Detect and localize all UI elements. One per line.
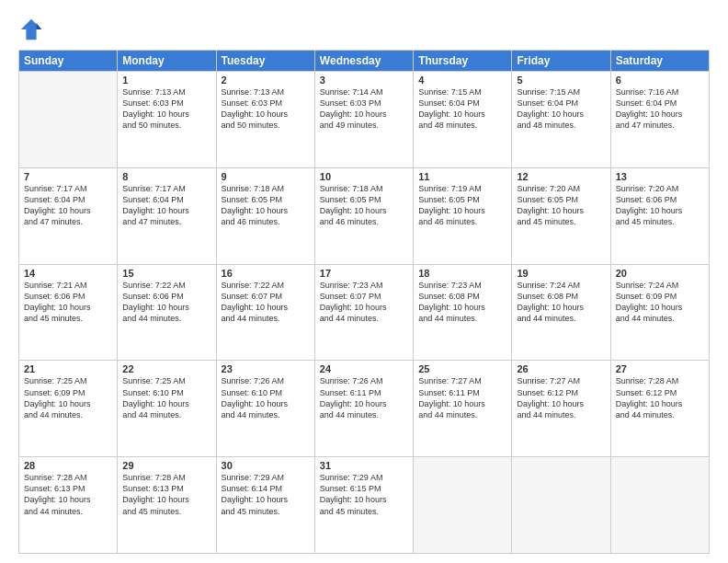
day-number: 28 [24, 460, 112, 471]
day-number: 15 [122, 268, 210, 279]
day-number: 12 [517, 171, 605, 182]
day-cell: 15Sunrise: 7:22 AM Sunset: 6:06 PM Dayli… [118, 264, 216, 361]
day-info: Sunrise: 7:26 AM Sunset: 6:11 PM Dayligh… [320, 375, 408, 420]
day-number: 24 [320, 363, 408, 374]
day-number: 14 [24, 268, 112, 279]
day-info: Sunrise: 7:24 AM Sunset: 6:08 PM Dayligh… [517, 280, 605, 325]
day-header-friday: Friday [512, 51, 610, 72]
day-cell: 3Sunrise: 7:14 AM Sunset: 6:03 PM Daylig… [314, 72, 413, 168]
day-info: Sunrise: 7:22 AM Sunset: 6:06 PM Dayligh… [122, 280, 210, 325]
day-cell: 13Sunrise: 7:20 AM Sunset: 6:06 PM Dayli… [610, 167, 709, 264]
day-info: Sunrise: 7:23 AM Sunset: 6:07 PM Dayligh… [320, 280, 408, 325]
week-row-0: 1Sunrise: 7:13 AM Sunset: 6:03 PM Daylig… [19, 72, 710, 168]
logo-icon [18, 17, 44, 42]
day-number: 10 [320, 171, 408, 182]
day-cell: 30Sunrise: 7:29 AM Sunset: 6:14 PM Dayli… [216, 457, 314, 554]
day-number: 21 [24, 363, 112, 374]
day-cell: 25Sunrise: 7:27 AM Sunset: 6:11 PM Dayli… [414, 361, 512, 457]
day-info: Sunrise: 7:19 AM Sunset: 6:05 PM Dayligh… [418, 183, 506, 228]
day-info: Sunrise: 7:28 AM Sunset: 6:12 PM Dayligh… [616, 375, 704, 420]
header-row: SundayMondayTuesdayWednesdayThursdayFrid… [19, 51, 710, 72]
day-info: Sunrise: 7:22 AM Sunset: 6:07 PM Dayligh… [222, 280, 310, 325]
header [18, 17, 710, 42]
day-cell: 31Sunrise: 7:29 AM Sunset: 6:15 PM Dayli… [314, 457, 413, 554]
day-info: Sunrise: 7:21 AM Sunset: 6:06 PM Dayligh… [24, 280, 112, 325]
day-number: 19 [517, 268, 605, 279]
day-info: Sunrise: 7:17 AM Sunset: 6:04 PM Dayligh… [24, 183, 112, 228]
day-number: 2 [222, 75, 310, 86]
day-number: 4 [418, 75, 506, 86]
day-cell: 11Sunrise: 7:19 AM Sunset: 6:05 PM Dayli… [414, 167, 512, 264]
day-header-saturday: Saturday [610, 51, 709, 72]
day-number: 5 [517, 75, 605, 86]
calendar: SundayMondayTuesdayWednesdayThursdayFrid… [18, 50, 710, 554]
day-cell: 9Sunrise: 7:18 AM Sunset: 6:05 PM Daylig… [216, 167, 314, 264]
day-info: Sunrise: 7:16 AM Sunset: 6:04 PM Dayligh… [616, 86, 704, 132]
day-cell: 14Sunrise: 7:21 AM Sunset: 6:06 PM Dayli… [19, 264, 118, 361]
day-number: 22 [122, 363, 210, 374]
day-header-thursday: Thursday [414, 51, 512, 72]
day-info: Sunrise: 7:17 AM Sunset: 6:04 PM Dayligh… [122, 183, 210, 228]
day-info: Sunrise: 7:26 AM Sunset: 6:10 PM Dayligh… [222, 375, 310, 420]
day-info: Sunrise: 7:27 AM Sunset: 6:11 PM Dayligh… [418, 375, 506, 420]
day-cell: 12Sunrise: 7:20 AM Sunset: 6:05 PM Dayli… [512, 167, 610, 264]
day-info: Sunrise: 7:25 AM Sunset: 6:10 PM Dayligh… [122, 375, 210, 420]
day-number: 30 [222, 460, 310, 471]
day-cell: 27Sunrise: 7:28 AM Sunset: 6:12 PM Dayli… [610, 361, 709, 457]
day-number: 27 [616, 363, 704, 374]
week-row-1: 7Sunrise: 7:17 AM Sunset: 6:04 PM Daylig… [19, 167, 710, 264]
day-cell: 1Sunrise: 7:13 AM Sunset: 6:03 PM Daylig… [118, 72, 216, 168]
day-info: Sunrise: 7:20 AM Sunset: 6:06 PM Dayligh… [616, 183, 704, 228]
day-cell: 28Sunrise: 7:28 AM Sunset: 6:13 PM Dayli… [19, 457, 118, 554]
day-header-tuesday: Tuesday [216, 51, 314, 72]
day-header-monday: Monday [118, 51, 216, 72]
day-info: Sunrise: 7:13 AM Sunset: 6:03 PM Dayligh… [222, 86, 310, 132]
day-number: 25 [418, 363, 506, 374]
day-cell [19, 72, 118, 168]
day-cell [610, 457, 709, 554]
day-cell: 6Sunrise: 7:16 AM Sunset: 6:04 PM Daylig… [610, 72, 709, 168]
week-row-4: 28Sunrise: 7:28 AM Sunset: 6:13 PM Dayli… [19, 457, 710, 554]
day-cell: 24Sunrise: 7:26 AM Sunset: 6:11 PM Dayli… [314, 361, 413, 457]
day-cell: 21Sunrise: 7:25 AM Sunset: 6:09 PM Dayli… [19, 361, 118, 457]
day-number: 11 [418, 171, 506, 182]
day-number: 3 [320, 75, 408, 86]
day-number: 23 [222, 363, 310, 374]
page: SundayMondayTuesdayWednesdayThursdayFrid… [0, 0, 728, 563]
day-cell [512, 457, 610, 554]
day-cell: 5Sunrise: 7:15 AM Sunset: 6:04 PM Daylig… [512, 72, 610, 168]
day-info: Sunrise: 7:25 AM Sunset: 6:09 PM Dayligh… [24, 375, 112, 420]
day-cell: 20Sunrise: 7:24 AM Sunset: 6:09 PM Dayli… [610, 264, 709, 361]
day-header-sunday: Sunday [19, 51, 118, 72]
day-number: 16 [222, 268, 310, 279]
day-info: Sunrise: 7:28 AM Sunset: 6:13 PM Dayligh… [122, 472, 210, 517]
day-cell: 2Sunrise: 7:13 AM Sunset: 6:03 PM Daylig… [216, 72, 314, 168]
day-cell: 4Sunrise: 7:15 AM Sunset: 6:04 PM Daylig… [414, 72, 512, 168]
day-info: Sunrise: 7:18 AM Sunset: 6:05 PM Dayligh… [320, 183, 408, 228]
day-cell: 29Sunrise: 7:28 AM Sunset: 6:13 PM Dayli… [118, 457, 216, 554]
day-info: Sunrise: 7:29 AM Sunset: 6:15 PM Dayligh… [320, 472, 408, 517]
day-number: 26 [517, 363, 605, 374]
day-cell: 10Sunrise: 7:18 AM Sunset: 6:05 PM Dayli… [314, 167, 413, 264]
day-info: Sunrise: 7:27 AM Sunset: 6:12 PM Dayligh… [517, 375, 605, 420]
day-number: 20 [616, 268, 704, 279]
day-cell [414, 457, 512, 554]
day-info: Sunrise: 7:24 AM Sunset: 6:09 PM Dayligh… [616, 280, 704, 325]
day-cell: 23Sunrise: 7:26 AM Sunset: 6:10 PM Dayli… [216, 361, 314, 457]
week-row-2: 14Sunrise: 7:21 AM Sunset: 6:06 PM Dayli… [19, 264, 710, 361]
day-number: 1 [122, 75, 210, 86]
day-info: Sunrise: 7:28 AM Sunset: 6:13 PM Dayligh… [24, 472, 112, 517]
day-number: 18 [418, 268, 506, 279]
day-cell: 26Sunrise: 7:27 AM Sunset: 6:12 PM Dayli… [512, 361, 610, 457]
day-info: Sunrise: 7:18 AM Sunset: 6:05 PM Dayligh… [222, 183, 310, 228]
svg-marker-2 [37, 23, 42, 29]
day-info: Sunrise: 7:23 AM Sunset: 6:08 PM Dayligh… [418, 280, 506, 325]
day-info: Sunrise: 7:20 AM Sunset: 6:05 PM Dayligh… [517, 183, 605, 228]
day-number: 8 [122, 171, 210, 182]
day-number: 17 [320, 268, 408, 279]
day-info: Sunrise: 7:15 AM Sunset: 6:04 PM Dayligh… [517, 86, 605, 132]
day-number: 13 [616, 171, 704, 182]
day-info: Sunrise: 7:29 AM Sunset: 6:14 PM Dayligh… [222, 472, 310, 517]
day-cell: 7Sunrise: 7:17 AM Sunset: 6:04 PM Daylig… [19, 167, 118, 264]
day-cell: 17Sunrise: 7:23 AM Sunset: 6:07 PM Dayli… [314, 264, 413, 361]
